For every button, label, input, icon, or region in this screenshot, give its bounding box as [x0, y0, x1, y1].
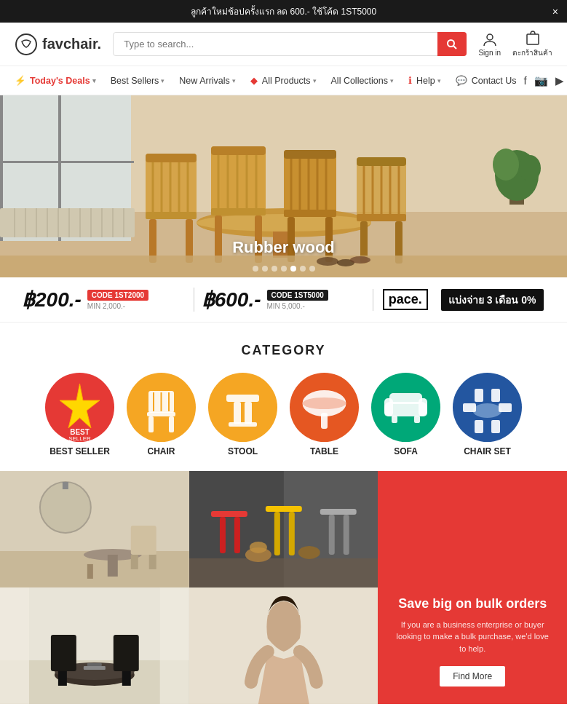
search-icon: [446, 39, 458, 50]
category-label-table: TABLE: [310, 446, 338, 456]
svg-rect-80: [147, 412, 175, 416]
svg-rect-90: [229, 422, 257, 427]
chevron-down-icon: ▾: [92, 77, 96, 84]
nav-item-best-sellers[interactable]: Best Sellers ▾: [103, 67, 173, 95]
svg-rect-116: [108, 555, 118, 577]
dot-2[interactable]: [262, 266, 268, 272]
promo-min-2: MIN 5,000.-: [267, 302, 328, 310]
promo-item-3: pace. แบ่งจ่าย 3 เดือน 0%: [373, 289, 552, 311]
dot-5[interactable]: [290, 266, 296, 272]
hero-dots: [253, 266, 315, 272]
svg-rect-36: [146, 154, 197, 162]
category-icon-chair-set: [453, 373, 522, 442]
svg-rect-66: [357, 157, 406, 166]
svg-rect-89: [245, 402, 252, 424]
search-button[interactable]: [437, 32, 467, 56]
lightning-icon: ⚡: [15, 75, 26, 86]
category-card-sofa[interactable]: SOFA: [370, 373, 443, 456]
dot-7[interactable]: [309, 266, 315, 272]
svg-rect-118: [131, 555, 138, 569]
svg-point-26: [519, 155, 541, 181]
category-card-table[interactable]: TABLE: [288, 373, 361, 456]
nav-item-new-arrivals[interactable]: New Arrivals ▾: [172, 67, 242, 95]
nav-item-today-deals[interactable]: ⚡ Today's Deals ▾: [7, 66, 103, 95]
category-label-sofa: SOFA: [394, 446, 418, 456]
svg-point-93: [303, 397, 346, 409]
hero-caption: Rubber wood: [232, 238, 335, 257]
svg-point-0: [16, 34, 36, 55]
dot-1[interactable]: [253, 266, 258, 272]
svg-rect-120: [87, 564, 93, 579]
svg-rect-123: [189, 558, 378, 587]
svg-rect-82: [169, 416, 174, 432]
svg-rect-139: [160, 587, 189, 704]
svg-rect-46: [211, 146, 266, 155]
bottom-image-table: [0, 587, 189, 704]
search-input[interactable]: [113, 32, 467, 56]
category-card-stool[interactable]: STOOL: [207, 373, 279, 456]
bottom-image-person: [189, 587, 378, 704]
category-card-best-seller[interactable]: BEST SELLER BEST SELLER: [44, 373, 116, 456]
instagram-icon[interactable]: 📷: [534, 74, 548, 87]
nav-item-contact[interactable]: 💬 Contact Us: [448, 66, 524, 95]
svg-rect-100: [392, 416, 397, 423]
svg-point-86: [208, 373, 277, 442]
promo-details-1: CODE 1ST2000 MIN 2,000.-: [87, 290, 148, 310]
nav-item-all-collections[interactable]: All Collections ▾: [324, 67, 402, 95]
bottom-image-lamp: [0, 471, 189, 587]
promo-bar: ฿200.- CODE 1ST2000 MIN 2,000.- ฿600.- C…: [0, 277, 567, 323]
bulk-order-promo: Save big on bulk orders If you are a bus…: [378, 471, 567, 704]
svg-line-2: [453, 46, 456, 49]
svg-rect-99: [389, 393, 422, 404]
svg-rect-117: [131, 526, 156, 555]
header: favchair. Sign in ตะกร้าสินค้า: [0, 23, 567, 66]
social-links: f 📷 ▶: [524, 74, 564, 87]
promo-item-1: ฿200.- CODE 1ST2000 MIN 2,000.-: [15, 288, 194, 312]
category-label-best-seller: BEST SELLER: [49, 446, 110, 456]
cart-label: ตะกร้าสินค้า: [512, 47, 552, 58]
logo[interactable]: favchair.: [15, 33, 101, 56]
svg-rect-104: [475, 389, 483, 402]
category-card-chair-set[interactable]: CHAIR SET: [451, 373, 524, 456]
chevron-down-icon: ▾: [232, 77, 236, 84]
dot-3[interactable]: [271, 266, 277, 272]
facebook-icon[interactable]: f: [524, 74, 527, 87]
user-icon: [482, 31, 498, 47]
find-more-button[interactable]: Find More: [440, 666, 505, 687]
svg-point-103: [473, 403, 502, 418]
bulk-order-title: Save big on bulk orders: [398, 596, 547, 612]
svg-point-134: [250, 542, 267, 553]
svg-rect-145: [122, 671, 131, 686]
nav-item-all-products[interactable]: ◆ All Products ▾: [243, 66, 324, 95]
svg-rect-94: [321, 413, 328, 429]
youtube-icon[interactable]: ▶: [555, 74, 564, 87]
svg-rect-105: [491, 389, 500, 402]
svg-point-113: [40, 482, 91, 533]
signin-label: Sign in: [478, 49, 501, 57]
svg-rect-87: [226, 395, 259, 402]
cart-button[interactable]: ตะกร้าสินค้า: [512, 30, 552, 58]
promo-code-2: CODE 1ST5000: [267, 290, 328, 301]
svg-point-1: [448, 40, 454, 47]
search-container: [113, 32, 467, 56]
svg-point-3: [487, 34, 493, 40]
svg-rect-4: [527, 34, 539, 44]
category-icon-best-seller: BEST SELLER: [45, 373, 114, 442]
svg-point-29: [197, 214, 371, 232]
nav-item-help[interactable]: ℹ Help ▾: [401, 66, 448, 95]
svg-rect-111: [0, 471, 189, 551]
category-label-chair: CHAIR: [148, 446, 175, 456]
chevron-down-icon: ▾: [390, 77, 394, 84]
category-card-chair[interactable]: CHAIR: [125, 373, 198, 456]
svg-rect-128: [274, 512, 280, 555]
svg-point-135: [298, 546, 320, 559]
hero-banner: Rubber wood: [0, 95, 567, 277]
dot-4[interactable]: [281, 266, 287, 272]
chevron-down-icon: ▾: [313, 77, 317, 84]
signin-button[interactable]: Sign in: [478, 31, 501, 57]
chevron-down-icon: ▾: [437, 77, 441, 84]
banner-close[interactable]: ×: [552, 6, 558, 17]
bottom-image-stools: [189, 471, 378, 587]
dot-6[interactable]: [300, 266, 306, 272]
svg-rect-129: [288, 512, 294, 555]
